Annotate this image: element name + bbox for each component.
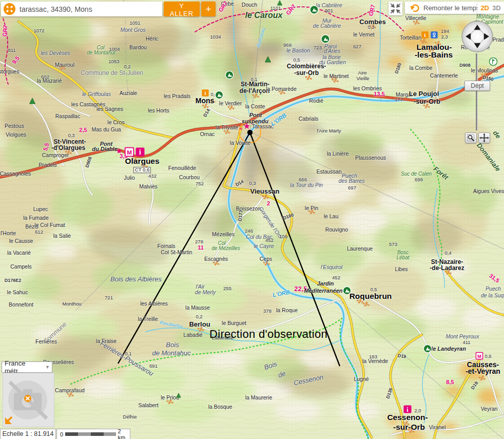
- dimension-toggle: 2D 3D: [477, 2, 504, 14]
- geoportail-map-viewer: CèbeDouch1101le Carouxla Cabrière901GR7G…: [0, 0, 504, 439]
- geoportail-logo-icon: [24, 395, 31, 402]
- add-layer-button[interactable]: +: [201, 2, 216, 16]
- scale-bar-segments: [65, 432, 115, 436]
- overview-map[interactable]: [3, 373, 54, 427]
- scale-start: 0: [60, 431, 63, 437]
- chevron-down-icon: ▼: [45, 365, 52, 370]
- collapse-toolbar-button[interactable]: [389, 2, 402, 15]
- scrub-texture: [0, 0, 504, 439]
- scale-bar: 0 2 km: [56, 429, 130, 439]
- geoportail-logo-icon: [3, 3, 16, 15]
- time-travel-button[interactable]: Remonter le temps: [405, 2, 485, 14]
- observation-vertex-dot: [247, 130, 253, 135]
- magnifier-icon: [466, 133, 476, 143]
- recenter-button[interactable]: [478, 132, 490, 143]
- compass-pan-control[interactable]: [461, 20, 494, 53]
- scale-end: 2 km: [118, 428, 130, 439]
- scale-text: Echelle 1 : 81.914: [0, 429, 56, 439]
- search-input[interactable]: [18, 5, 162, 14]
- territory-select[interactable]: France métr... ▼: [2, 361, 52, 373]
- undo-arrow-icon: [410, 3, 420, 12]
- collapse-arrows-icon: [389, 2, 402, 15]
- zoom-slider[interactable]: [476, 53, 478, 130]
- time-travel-label: Remonter le temps: [423, 4, 480, 12]
- mode-3d-button[interactable]: 3D: [492, 4, 501, 12]
- zoom-rectangle-button[interactable]: [465, 132, 477, 143]
- mode-2d-button[interactable]: 2D: [480, 4, 489, 12]
- search-box[interactable]: [1, 2, 162, 16]
- go-button[interactable]: Y ALLER: [164, 2, 200, 16]
- zoom-level-tooltip: Dépt: [464, 81, 490, 91]
- map-canvas[interactable]: [0, 0, 504, 439]
- crosshair-icon: [479, 133, 490, 143]
- search-bar: Y ALLER +: [1, 2, 216, 16]
- overview-expand-icon[interactable]: [5, 417, 12, 424]
